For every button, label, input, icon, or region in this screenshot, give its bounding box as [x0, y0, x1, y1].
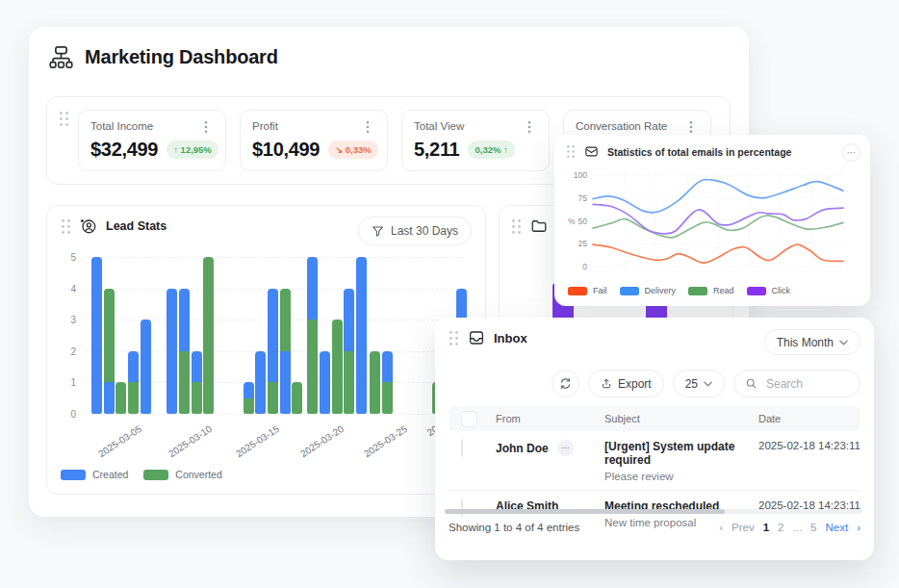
- inbox-table: From Subject Date John Doe⋯[Urgent] Syst…: [449, 406, 860, 536]
- trend-badge: ↑ 12,95%: [167, 141, 218, 159]
- folder-icon: [530, 217, 548, 235]
- page-size-value: 25: [685, 377, 698, 391]
- kebab-menu-icon[interactable]: [198, 120, 214, 134]
- svg-text:0: 0: [582, 262, 587, 271]
- entries-summary: Showing 1 to 4 of 4 entries: [449, 522, 579, 533]
- lead-stats-card: Lead Stats Last 30 Days 012345 2025-03-0…: [46, 205, 486, 495]
- column-from: From: [496, 413, 604, 424]
- chevron-down-icon: [704, 381, 712, 387]
- stacked-bar: [203, 257, 214, 414]
- horizontal-scrollbar: [445, 509, 862, 514]
- page-title: Marketing Dashboard: [85, 46, 278, 68]
- select-all-checkbox[interactable]: [461, 411, 477, 427]
- drag-handle-icon[interactable]: [59, 111, 69, 127]
- svg-text:75: 75: [578, 193, 588, 203]
- search-box: [733, 370, 860, 397]
- svg-text:50: 50: [578, 217, 588, 226]
- more-menu-icon[interactable]: ⋯: [842, 143, 860, 162]
- stat-value: 5,211: [414, 139, 459, 161]
- legend-swatch: [143, 470, 168, 480]
- lead-legend: CreatedConverted: [61, 469, 222, 480]
- page-item[interactable]: 1: [763, 522, 769, 533]
- page-header: Marketing Dashboard: [48, 44, 278, 70]
- x-tick-label: 2025-03-10: [167, 423, 214, 459]
- refresh-button[interactable]: [552, 370, 579, 397]
- stacked-bar: [116, 382, 126, 414]
- email-legend: FailDeliveryReadClick: [568, 286, 790, 295]
- svg-text:100: 100: [574, 170, 587, 180]
- export-label: Export: [618, 377, 652, 391]
- scrollbar-thumb[interactable]: [445, 509, 725, 514]
- legend-swatch: [747, 287, 766, 295]
- envelope-icon: [584, 144, 599, 159]
- lead-bars: [47, 206, 485, 414]
- stacked-bar: [307, 257, 318, 414]
- page-item[interactable]: 5: [810, 522, 816, 533]
- stat-value: $32,499: [90, 139, 158, 161]
- page-item[interactable]: ...: [793, 522, 803, 533]
- row-checkbox[interactable]: [461, 499, 463, 517]
- email-date: 2025-02-18 14:23:11: [758, 440, 860, 451]
- x-tick-label: 2025-03-05: [96, 423, 143, 459]
- email-preview: Please review: [604, 471, 758, 482]
- inbox-icon: [468, 329, 485, 346]
- table-row[interactable]: John Doe⋯[Urgent] System update required…: [449, 431, 860, 491]
- page-size-select[interactable]: 25: [673, 370, 725, 397]
- stacked-bar: [292, 382, 302, 414]
- stacked-bar: [344, 289, 354, 414]
- drag-handle-icon[interactable]: [566, 144, 576, 159]
- stat-label: Total Income: [90, 120, 153, 132]
- stacked-bar: [382, 351, 393, 414]
- row-checkbox[interactable]: [461, 439, 463, 457]
- page-item[interactable]: Prev: [732, 522, 755, 533]
- stacked-bar: [244, 382, 254, 414]
- stat-label: Conversation Rate: [576, 120, 667, 132]
- stat-label: Total View: [414, 120, 464, 132]
- legend-item: Fail: [568, 286, 607, 295]
- legend-item: Converted: [143, 469, 221, 480]
- drag-handle-icon[interactable]: [511, 218, 522, 235]
- stacked-bar: [167, 289, 177, 414]
- stacked-bar: [356, 257, 367, 414]
- export-icon: [601, 377, 612, 390]
- inbox-footer: Showing 1 to 4 of 4 entries ‹Prev12...5N…: [449, 522, 860, 533]
- email-line-chart: 1007550250%: [558, 166, 857, 273]
- table-header: From Subject Date: [449, 406, 860, 431]
- kebab-menu-icon[interactable]: [522, 120, 537, 134]
- dashboard-page: Marketing Dashboard Total Income: [0, 0, 899, 588]
- svg-text:25: 25: [578, 239, 588, 248]
- stacked-bar: [179, 289, 190, 414]
- search-icon: [745, 377, 758, 390]
- page-item[interactable]: Next: [826, 522, 849, 533]
- row-menu-icon[interactable]: ⋯: [557, 440, 574, 456]
- legend-swatch: [568, 287, 587, 295]
- email-stats-title: Statistics of total emails in percentage: [607, 146, 791, 158]
- column-date: Date: [758, 413, 860, 424]
- legend-swatch: [688, 287, 707, 295]
- trend-badge: ↘ 0,33%: [328, 141, 378, 159]
- page-item[interactable]: 2: [778, 522, 783, 533]
- kebab-menu-icon[interactable]: [683, 120, 699, 134]
- period-select[interactable]: This Month: [764, 329, 860, 355]
- email-stats-card: Statistics of total emails in percentage…: [554, 135, 870, 306]
- stacked-bar: [128, 351, 139, 414]
- stacked-bar: [320, 351, 330, 414]
- export-button[interactable]: Export: [588, 370, 664, 397]
- x-tick-label: 2025-03-20: [298, 423, 346, 459]
- stacked-bar: [192, 351, 202, 414]
- x-tick-label: 2025-03-25: [362, 423, 409, 459]
- email-subject: [Urgent] System update required: [604, 440, 758, 467]
- chevron-down-icon: [839, 340, 848, 345]
- stat-value: $10,499: [252, 139, 320, 161]
- stat-card-total-view: Total View 5,211 0,32% ↑: [401, 110, 550, 171]
- table-body: John Doe⋯[Urgent] System update required…: [449, 431, 860, 536]
- page-item[interactable]: ‹: [719, 522, 723, 533]
- trend-badge: 0,32% ↑: [468, 141, 514, 159]
- page-item[interactable]: ›: [857, 522, 860, 533]
- inbox-toolbar: Export 25: [552, 370, 860, 397]
- pagination: ‹Prev12...5Next›: [719, 522, 860, 533]
- inbox-card: Inbox This Month Export: [435, 318, 874, 560]
- drag-handle-icon[interactable]: [449, 330, 459, 346]
- kebab-menu-icon[interactable]: [360, 120, 375, 134]
- search-input[interactable]: [764, 376, 849, 392]
